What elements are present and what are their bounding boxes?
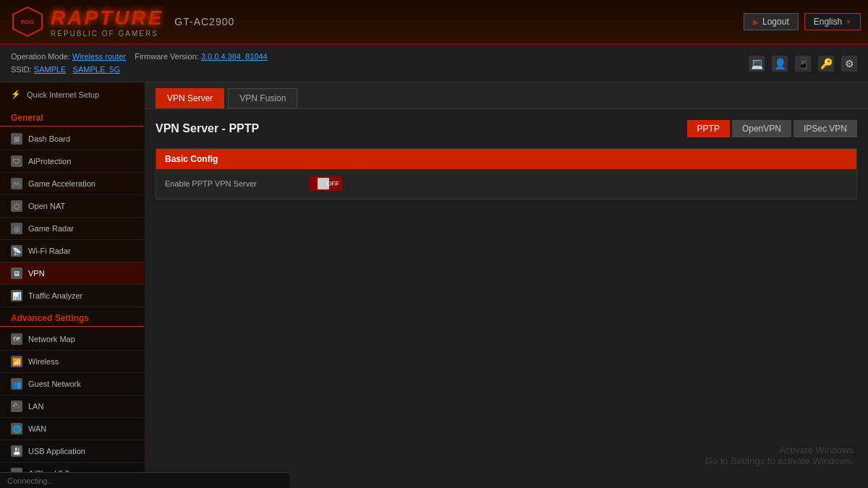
page-title: VPN Server - PPTP — [156, 122, 259, 135]
traffic-analyzer-icon: 📊 — [11, 290, 22, 301]
tab-ipsec[interactable]: IPSec VPN — [793, 120, 857, 137]
pptp-enable-row: Enable PPTP VPN Server OFF — [156, 169, 856, 199]
logo-area: ROG RAPTURE REPUBLIC OF GAMERS GT-AC2900 — [7, 2, 234, 42]
sidebar-item-traffic-analyzer[interactable]: 📊 Traffic Analyzer — [0, 285, 144, 307]
advanced-section-header: Advanced Settings — [0, 307, 144, 327]
ssid-5g-value[interactable]: SAMPLE_5G — [73, 65, 120, 74]
config-section-header: Basic Config — [156, 149, 856, 169]
sidebar-item-label: Guest Network — [28, 380, 81, 388]
sidebar-item-aiprotection[interactable]: 🛡 AiProtection — [0, 150, 144, 173]
bottom-status-text: Connecting... — [7, 476, 54, 485]
sidebar-item-label: Game Acceleration — [28, 179, 95, 188]
pptp-enable-label: Enable PPTP VPN Server — [165, 179, 310, 188]
model-name: GT-AC2900 — [174, 16, 234, 27]
status-info: Operation Mode: Wireless router Firmware… — [11, 51, 268, 76]
sidebar-item-usb-application[interactable]: 💾 USB Application — [0, 440, 144, 463]
settings-status-icon[interactable]: ⚙ — [841, 56, 857, 72]
bottom-status-bar: Connecting... — [0, 472, 289, 488]
rog-emblem: ROG — [7, 2, 47, 42]
sidebar-item-wan[interactable]: 🌐 WAN — [0, 418, 144, 440]
ssid-value[interactable]: SAMPLE — [34, 65, 67, 74]
game-radar-icon: ◎ — [11, 223, 22, 234]
wan-icon: 🌐 — [11, 423, 22, 435]
quick-internet-icon: ⚡ — [11, 90, 21, 99]
sidebar-item-label: WAN — [28, 424, 46, 433]
toggle-off-label: OFF — [326, 180, 339, 187]
sidebar-item-label: Wireless — [28, 357, 59, 366]
operation-mode-label: Operation Mode: — [11, 52, 70, 61]
content-area: VPN Server VPN Fusion VPN Server - PPTP … — [145, 82, 868, 488]
vpn-icon: 🖥 — [11, 267, 22, 279]
sidebar-item-lan[interactable]: 🔌 LAN — [0, 395, 144, 418]
svg-text:ROG: ROG — [20, 19, 33, 25]
sidebar-item-label: Network Map — [28, 335, 75, 343]
sidebar-item-label: AiProtection — [28, 157, 71, 166]
ssid-label: SSID: — [11, 65, 32, 74]
dashboard-icon: ⊞ — [11, 133, 22, 145]
sidebar-item-wireless[interactable]: 📶 Wireless — [0, 351, 144, 373]
quick-internet-label: Quick Internet Setup — [27, 90, 99, 99]
basic-config-section: Basic Config Enable PPTP VPN Server OFF — [156, 148, 857, 200]
pptp-enable-toggle[interactable]: OFF — [310, 176, 342, 191]
firmware-value[interactable]: 3.0.0.4.384_81044 — [201, 52, 268, 61]
tab-pptp[interactable]: PPTP — [687, 120, 730, 137]
language-button[interactable]: English — [804, 13, 861, 30]
sidebar-item-dashboard[interactable]: ⊞ Dash Board — [0, 128, 144, 150]
sidebar-item-label: Wi-Fi Radar — [28, 247, 71, 255]
network-map-icon: 🗺 — [11, 333, 22, 345]
usb-icon: 💾 — [11, 445, 22, 457]
sidebar-item-label: Game Radar — [28, 224, 74, 233]
aiprotection-icon: 🛡 — [11, 155, 22, 167]
sidebar-item-label: Open NAT — [28, 202, 65, 210]
header-controls: Logout English — [744, 13, 861, 30]
sidebar-item-label: USB Application — [28, 447, 85, 455]
status-bar: Operation Mode: Wireless router Firmware… — [0, 45, 868, 82]
tab-openvpn[interactable]: OpenVPN — [732, 120, 791, 137]
logout-button[interactable]: Logout — [744, 13, 799, 30]
quick-internet-setup[interactable]: ⚡ Quick Internet Setup — [0, 82, 144, 107]
sidebar-item-label: Traffic Analyzer — [28, 291, 82, 300]
header: ROG RAPTURE REPUBLIC OF GAMERS GT-AC2900… — [0, 0, 868, 45]
sidebar-item-wifi-radar[interactable]: 📡 Wi-Fi Radar — [0, 240, 144, 262]
vpn-top-tabs: VPN Server VPN Fusion — [145, 82, 868, 109]
sidebar-item-label: LAN — [28, 402, 43, 411]
sidebar-item-game-radar[interactable]: ◎ Game Radar — [0, 218, 144, 240]
sidebar-item-game-acceleration[interactable]: 🎮 Game Acceleration — [0, 173, 144, 195]
wireless-icon: 📶 — [11, 356, 22, 367]
device-status-icon[interactable]: 📱 — [795, 56, 811, 72]
sidebar-item-network-map[interactable]: 🗺 Network Map — [0, 328, 144, 351]
main-layout: ⚡ Quick Internet Setup General ⊞ Dash Bo… — [0, 82, 868, 488]
sidebar-item-guest-network[interactable]: 👥 Guest Network — [0, 373, 144, 395]
lan-icon: 🔌 — [11, 401, 22, 412]
sidebar-item-label: VPN — [28, 269, 45, 278]
protocol-tabs: PPTP OpenVPN IPSec VPN — [687, 120, 857, 137]
key-status-icon[interactable]: 🔑 — [818, 56, 834, 72]
game-acceleration-icon: 🎮 — [11, 178, 22, 189]
operation-mode-value[interactable]: Wireless router — [72, 52, 126, 61]
guest-network-icon: 👥 — [11, 378, 22, 390]
open-nat-icon: ⬡ — [11, 200, 22, 212]
firmware-label: Firmware Version: — [135, 52, 199, 61]
sidebar: ⚡ Quick Internet Setup General ⊞ Dash Bo… — [0, 82, 145, 488]
brand-name: RAPTURE REPUBLIC OF GAMERS — [51, 7, 163, 38]
tab-vpn-server[interactable]: VPN Server — [156, 88, 224, 108]
content-body: VPN Server - PPTP PPTP OpenVPN IPSec VPN… — [145, 109, 868, 210]
page-title-bar: VPN Server - PPTP PPTP OpenVPN IPSec VPN — [156, 120, 857, 137]
general-section-header: General — [0, 107, 144, 127]
sidebar-item-vpn[interactable]: 🖥 VPN — [0, 262, 144, 285]
wifi-radar-icon: 📡 — [11, 245, 22, 257]
status-icons: 💻 👤 📱 🔑 ⚙ — [749, 56, 857, 72]
user-status-icon[interactable]: 👤 — [772, 56, 788, 72]
tab-vpn-fusion[interactable]: VPN Fusion — [228, 88, 297, 108]
network-status-icon[interactable]: 💻 — [749, 56, 765, 72]
sidebar-item-label: Dash Board — [28, 134, 70, 143]
sidebar-item-open-nat[interactable]: ⬡ Open NAT — [0, 195, 144, 218]
